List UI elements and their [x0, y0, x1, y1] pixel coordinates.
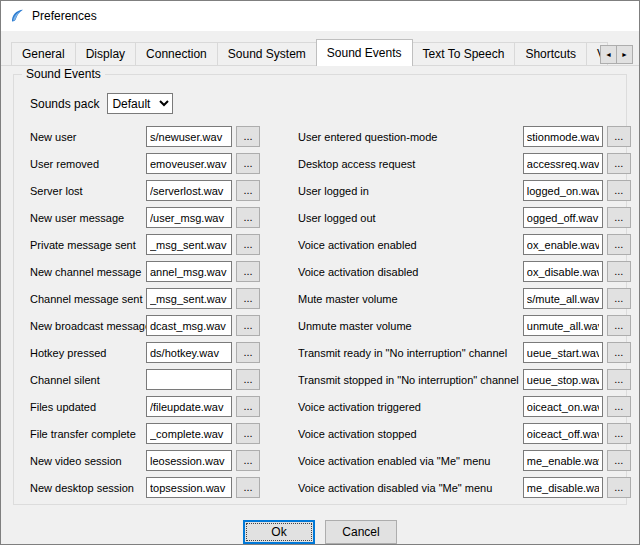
sound-file-input[interactable] [523, 234, 603, 255]
tab-sound-events[interactable]: Sound Events [316, 39, 413, 66]
browse-button[interactable]: ... [607, 153, 631, 174]
sound-event-label: Voice activation stopped [298, 428, 523, 440]
browse-button[interactable]: ... [607, 423, 631, 444]
sound-event-row: New desktop session... [30, 477, 298, 498]
sound-event-row: New channel message... [30, 261, 298, 282]
group-title: Sound Events [22, 67, 105, 81]
browse-button[interactable]: ... [236, 450, 260, 471]
cancel-button[interactable]: Cancel [325, 520, 397, 544]
browse-button[interactable]: ... [236, 477, 260, 498]
tab-scroll-left-icon[interactable]: ◄ [600, 45, 617, 64]
sound-file-input[interactable] [146, 423, 232, 444]
sound-event-label: Mute master volume [298, 293, 523, 305]
browse-button[interactable]: ... [236, 180, 260, 201]
sound-file-input[interactable] [523, 423, 603, 444]
tab-sound-system[interactable]: Sound System [217, 42, 317, 65]
sound-file-input[interactable] [523, 450, 603, 471]
browse-button[interactable]: ... [607, 477, 631, 498]
browse-button[interactable]: ... [236, 369, 260, 390]
browse-button[interactable]: ... [607, 261, 631, 282]
sound-event-row: Voice activation stopped... [298, 423, 631, 444]
browse-button[interactable]: ... [607, 369, 631, 390]
window-title: Preferences [32, 9, 97, 23]
browse-button[interactable]: ... [236, 396, 260, 417]
sound-file-input[interactable] [523, 261, 603, 282]
sound-file-input[interactable] [146, 288, 232, 309]
sound-file-input[interactable] [523, 342, 603, 363]
browse-button[interactable]: ... [607, 342, 631, 363]
sound-event-row: Voice activation disabled... [298, 261, 631, 282]
browse-button[interactable]: ... [607, 234, 631, 255]
sound-file-input[interactable] [146, 477, 232, 498]
tab-general[interactable]: General [11, 42, 76, 65]
sound-event-label: Voice activation disabled [298, 266, 523, 278]
sound-event-label: Server lost [30, 185, 146, 197]
sounds-pack-row: Sounds pack Default [30, 93, 616, 114]
browse-button[interactable]: ... [236, 315, 260, 336]
left-column: New user...User removed...Server lost...… [30, 126, 298, 504]
browse-button[interactable]: ... [236, 342, 260, 363]
tab-shortcuts[interactable]: Shortcuts [514, 42, 587, 65]
browse-button[interactable]: ... [607, 126, 631, 147]
sound-file-input[interactable] [523, 369, 603, 390]
sounds-pack-select[interactable]: Default [107, 93, 173, 114]
tab-page-sound-events: Sound Events Sounds pack Default New use… [1, 66, 639, 511]
sound-file-input[interactable] [146, 450, 232, 471]
tab-display[interactable]: Display [75, 42, 136, 65]
sound-file-input[interactable] [523, 477, 603, 498]
tab-text-to-speech[interactable]: Text To Speech [412, 42, 516, 65]
browse-button[interactable]: ... [607, 180, 631, 201]
browse-button[interactable]: ... [607, 315, 631, 336]
sound-event-row: Files updated... [30, 396, 298, 417]
sound-event-row: Transmit stopped in "No interruption" ch… [298, 369, 631, 390]
sound-event-label: Channel message sent [30, 293, 146, 305]
browse-button[interactable]: ... [607, 450, 631, 471]
sound-event-row: New user message... [30, 207, 298, 228]
sound-file-input[interactable] [146, 342, 232, 363]
sound-event-label: User logged out [298, 212, 523, 224]
sound-event-label: Transmit stopped in "No interruption" ch… [298, 374, 523, 386]
browse-button[interactable]: ... [236, 288, 260, 309]
sound-event-row: Voice activation enabled via "Me" menu..… [298, 450, 631, 471]
sound-event-label: New channel message [30, 266, 146, 278]
sound-file-input[interactable] [146, 234, 232, 255]
sound-file-input[interactable] [523, 396, 603, 417]
browse-button[interactable]: ... [236, 234, 260, 255]
sound-event-row: Voice activation enabled... [298, 234, 631, 255]
sound-file-input[interactable] [146, 369, 232, 390]
browse-button[interactable]: ... [607, 288, 631, 309]
ok-button[interactable]: Ok [243, 520, 315, 544]
sound-file-input[interactable] [146, 315, 232, 336]
sound-event-row: New video session... [30, 450, 298, 471]
app-icon [9, 8, 25, 24]
browse-button[interactable]: ... [236, 207, 260, 228]
tab-connection[interactable]: Connection [135, 42, 218, 65]
sound-file-input[interactable] [146, 180, 232, 201]
browse-button[interactable]: ... [236, 153, 260, 174]
sound-event-label: Voice activation enabled via "Me" menu [298, 455, 523, 467]
sound-file-input[interactable] [523, 180, 603, 201]
sound-event-label: New user message [30, 212, 146, 224]
sound-file-input[interactable] [523, 315, 603, 336]
sound-file-input[interactable] [146, 207, 232, 228]
tab-scroll: ◄ ► [600, 45, 633, 64]
sound-file-input[interactable] [523, 288, 603, 309]
sound-file-input[interactable] [146, 396, 232, 417]
sound-file-input[interactable] [146, 126, 232, 147]
tab-scroll-right-icon[interactable]: ► [616, 45, 633, 64]
sound-event-label: Files updated [30, 401, 146, 413]
browse-button[interactable]: ... [236, 126, 260, 147]
sound-event-row: User entered question-mode... [298, 126, 631, 147]
sound-event-row: User removed... [30, 153, 298, 174]
browse-button[interactable]: ... [236, 261, 260, 282]
sound-file-input[interactable] [523, 153, 603, 174]
browse-button[interactable]: ... [236, 423, 260, 444]
sound-file-input[interactable] [146, 153, 232, 174]
browse-button[interactable]: ... [607, 396, 631, 417]
title-bar: Preferences [1, 1, 639, 31]
sound-file-input[interactable] [523, 126, 603, 147]
sound-file-input[interactable] [146, 261, 232, 282]
sound-file-input[interactable] [523, 207, 603, 228]
sound-event-row: Unmute master volume... [298, 315, 631, 336]
browse-button[interactable]: ... [607, 207, 631, 228]
